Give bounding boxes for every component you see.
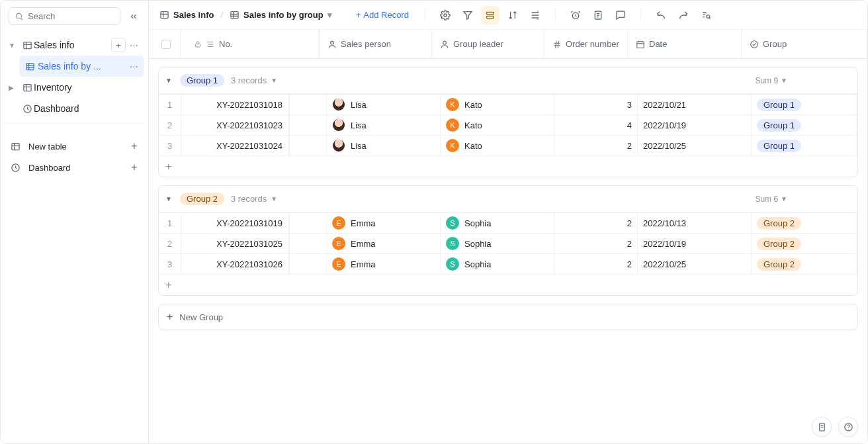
person-name: Sophia [464, 259, 491, 269]
doc-fab-icon[interactable] [812, 417, 832, 437]
table-row[interactable]: 2XY-20221031023LisaKKato42022/10/19Group… [159, 114, 857, 135]
plus-icon: + [165, 161, 177, 173]
table-row[interactable]: 1XY-20221031019EEmmaSSophia22022/10/13Gr… [159, 212, 857, 233]
cell-order-number[interactable]: 2 [554, 234, 638, 253]
reminder-icon[interactable] [566, 6, 585, 24]
cell-sales-person[interactable]: Lisa [327, 115, 441, 135]
col-header-date[interactable]: Date [628, 30, 742, 58]
sort-icon[interactable] [503, 6, 522, 24]
redo-icon[interactable] [674, 6, 693, 24]
new-group-button[interactable]: + New Group [158, 304, 858, 330]
chevron-down-icon[interactable]: ▼ [165, 77, 173, 84]
collapse-sidebar-button[interactable] [126, 9, 142, 24]
filter-icon[interactable] [458, 6, 477, 24]
help-fab-icon[interactable] [838, 417, 858, 437]
col-header-group[interactable]: Group [742, 30, 867, 58]
col-header-sales-person[interactable]: Sales person [320, 30, 432, 58]
cell-group[interactable]: Group 1 [752, 136, 857, 155]
caret-down-icon[interactable]: ▾ [327, 10, 332, 20]
add-row-button[interactable]: + [159, 155, 857, 177]
cell-date[interactable]: 2022/10/25 [638, 136, 752, 155]
group-icon[interactable] [481, 6, 499, 24]
cell-group-leader[interactable]: SSophia [441, 213, 554, 233]
group-sum[interactable]: Sum 6 ▼ [755, 195, 787, 204]
cell-order-number[interactable]: 2 [554, 254, 638, 274]
cell-group-leader[interactable]: SSophia [441, 254, 554, 274]
plus-icon: + [128, 140, 140, 152]
cell-date[interactable]: 2022/10/25 [638, 254, 752, 274]
cell-no[interactable]: XY-20221031024 [181, 136, 290, 155]
cell-group-leader[interactable]: KKato [441, 95, 554, 114]
more-icon[interactable]: ⋯ [127, 40, 140, 50]
global-dashboard-button[interactable]: Dashboard + [5, 157, 144, 178]
person-name: Lisa [351, 120, 367, 130]
cell-sales-person[interactable]: Lisa [327, 95, 441, 114]
cell-order-number[interactable]: 2 [554, 136, 638, 155]
cell-group-leader[interactable]: SSophia [441, 234, 554, 253]
svg-point-62 [848, 429, 849, 429]
chevron-down-icon[interactable]: ▼ [165, 195, 173, 202]
form-icon[interactable] [589, 6, 607, 24]
cell-order-number[interactable]: 4 [554, 115, 638, 135]
table-row[interactable]: 2XY-20221031025EEmmaSSophia22022/10/19Gr… [159, 233, 857, 253]
nav-dashboard[interactable]: Dashboard [5, 98, 144, 119]
add-view-button[interactable]: + [111, 38, 126, 52]
more-icon[interactable]: ⋯ [127, 62, 140, 71]
col-header-order-number[interactable]: Order number [544, 30, 628, 58]
cell-sales-person[interactable]: EEmma [327, 213, 441, 233]
cell-group[interactable]: Group 2 [752, 254, 857, 274]
cell-no[interactable]: XY-20221031019 [181, 213, 290, 233]
add-row-button[interactable]: + [159, 274, 857, 295]
settings-icon[interactable] [436, 6, 455, 24]
add-record-button[interactable]: + Add Record [351, 7, 414, 22]
breadcrumb-view[interactable]: Sales info by group [243, 10, 324, 20]
table-icon [21, 40, 34, 50]
cell-date[interactable]: 2022/10/13 [638, 213, 752, 233]
breadcrumb-table[interactable]: Sales info [173, 10, 214, 20]
cell-order-number[interactable]: 2 [554, 213, 638, 233]
group-record-count[interactable]: 3 records ▼ [231, 194, 277, 204]
cell-group[interactable]: Group 2 [752, 234, 857, 253]
cell-date[interactable]: 2022/10/19 [638, 234, 752, 253]
cell-date[interactable]: 2022/10/19 [638, 115, 752, 135]
cell-date[interactable]: 2022/10/21 [638, 95, 752, 114]
nav-table-sales-info[interactable]: ▼ Sales info + ⋯ [5, 34, 144, 56]
search-input-wrap[interactable] [9, 7, 120, 25]
find-icon[interactable] [697, 6, 715, 24]
avatar: E [332, 237, 345, 250]
undo-icon[interactable] [652, 6, 670, 24]
svg-point-39 [707, 15, 710, 18]
col-header-select-all[interactable] [149, 30, 181, 58]
cell-no[interactable]: XY-20221031018 [181, 95, 290, 114]
group-header[interactable]: ▼Group 13 records ▼Sum 9 ▼ [159, 67, 857, 94]
new-table-button[interactable]: New table + [5, 136, 144, 157]
divider [555, 9, 556, 22]
cell-order-number[interactable]: 3 [554, 95, 638, 114]
nav-table-inventory[interactable]: ▶ Inventory [5, 77, 144, 98]
group-chip: Group 1 [757, 140, 801, 152]
cell-no[interactable]: XY-20221031023 [181, 115, 290, 135]
nav-view-sales-info-by-group[interactable]: Sales info by ... ⋯ [19, 56, 144, 77]
cell-sales-person[interactable]: Lisa [327, 136, 441, 155]
cell-group-leader[interactable]: KKato [441, 136, 554, 155]
table-row[interactable]: 3XY-20221031026EEmmaSSophia22022/10/25Gr… [159, 253, 857, 274]
cell-sales-person[interactable]: EEmma [327, 254, 441, 274]
group-header[interactable]: ▼Group 23 records ▼Sum 6 ▼ [159, 186, 857, 212]
cell-group[interactable]: Group 2 [752, 213, 857, 233]
cell-sales-person[interactable]: EEmma [327, 234, 441, 253]
comment-icon[interactable] [611, 6, 630, 24]
table-row[interactable]: 3XY-20221031024LisaKKato22022/10/25Group… [159, 135, 857, 155]
cell-group[interactable]: Group 1 [752, 115, 857, 135]
grid-wrap[interactable]: 12 No. Sales person Group leader Order n… [149, 30, 867, 443]
group-sum[interactable]: Sum 9 ▼ [755, 76, 787, 85]
group-record-count[interactable]: 3 records ▼ [231, 75, 277, 85]
table-row[interactable]: 1XY-20221031018LisaKKato32022/10/21Group… [159, 94, 857, 114]
row-height-icon[interactable] [526, 6, 544, 24]
col-header-no[interactable]: 12 No. [181, 30, 320, 58]
cell-group-leader[interactable]: KKato [441, 115, 554, 135]
cell-group[interactable]: Group 1 [752, 95, 857, 114]
col-header-group-leader[interactable]: Group leader [432, 30, 544, 58]
cell-no[interactable]: XY-20221031026 [181, 254, 290, 274]
cell-no[interactable]: XY-20221031025 [181, 234, 290, 253]
search-input[interactable] [28, 11, 114, 21]
